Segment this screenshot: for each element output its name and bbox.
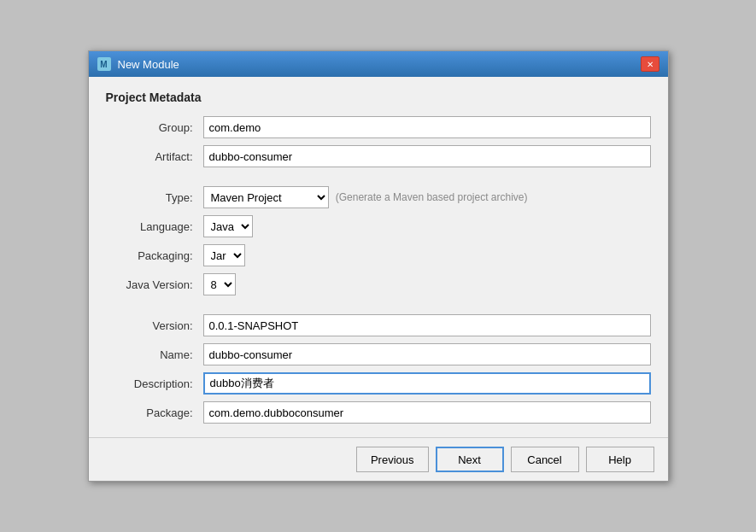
language-label: Language: bbox=[106, 220, 200, 233]
java-version-select[interactable]: 8 bbox=[203, 273, 236, 295]
spacer-1 bbox=[106, 174, 651, 179]
section-title: Project Metadata bbox=[106, 91, 651, 104]
title-bar-controls: ✕ bbox=[641, 56, 659, 72]
type-description: (Generate a Maven based project archive) bbox=[336, 191, 528, 203]
dialog-icon: M bbox=[97, 57, 111, 71]
package-input[interactable] bbox=[203, 401, 651, 424]
type-label: Type: bbox=[106, 191, 200, 204]
help-label: Help bbox=[608, 453, 631, 466]
package-label: Package: bbox=[106, 406, 200, 419]
version-label: Version: bbox=[106, 319, 200, 332]
artifact-label: Artifact: bbox=[106, 150, 200, 163]
previous-label: Previous bbox=[371, 453, 414, 466]
description-label: Description: bbox=[106, 377, 200, 390]
group-label: Group: bbox=[106, 121, 200, 134]
title-bar-left: M New Module bbox=[97, 57, 179, 71]
language-wrapper: Java bbox=[203, 215, 651, 237]
help-button[interactable]: Help bbox=[586, 447, 654, 472]
group-input[interactable] bbox=[203, 116, 651, 138]
name-label: Name: bbox=[106, 348, 200, 361]
title-bar: M New Module ✕ bbox=[89, 51, 668, 77]
description-input[interactable] bbox=[203, 372, 651, 395]
type-select[interactable]: Maven Project bbox=[203, 186, 329, 208]
next-button[interactable]: Next bbox=[436, 447, 504, 472]
previous-button[interactable]: Previous bbox=[356, 447, 429, 472]
project-metadata-form: Group: Artifact: Type: Maven Project (Ge… bbox=[106, 116, 651, 424]
packaging-select[interactable]: Jar bbox=[203, 244, 245, 266]
close-button[interactable]: ✕ bbox=[641, 56, 659, 72]
packaging-label: Packaging: bbox=[106, 249, 200, 262]
version-input[interactable] bbox=[203, 314, 651, 336]
new-module-dialog: M New Module ✕ Project Metadata Group: A… bbox=[88, 50, 669, 482]
cancel-button[interactable]: Cancel bbox=[511, 447, 579, 472]
artifact-input[interactable] bbox=[203, 145, 651, 167]
dialog-content: Project Metadata Group: Artifact: Type: … bbox=[89, 77, 668, 437]
packaging-wrapper: Jar bbox=[203, 244, 651, 266]
name-input[interactable] bbox=[203, 343, 651, 365]
spacer-2 bbox=[106, 302, 651, 307]
language-select[interactable]: Java bbox=[203, 215, 253, 237]
type-wrapper: Maven Project (Generate a Maven based pr… bbox=[203, 186, 528, 208]
dialog-title: New Module bbox=[118, 58, 179, 71]
dialog-footer: Previous Next Cancel Help bbox=[89, 437, 668, 481]
java-version-wrapper: 8 bbox=[203, 273, 651, 295]
cancel-label: Cancel bbox=[527, 453, 561, 466]
next-label: Next bbox=[458, 453, 481, 466]
java-version-label: Java Version: bbox=[106, 278, 200, 291]
